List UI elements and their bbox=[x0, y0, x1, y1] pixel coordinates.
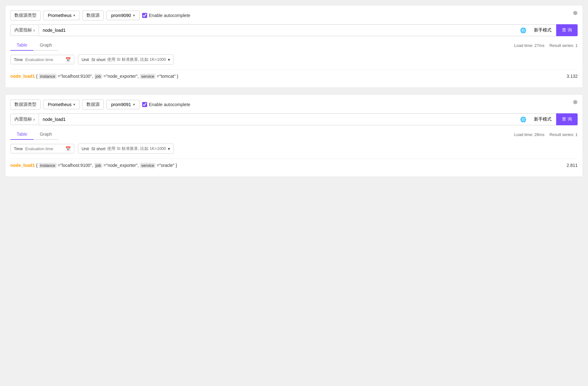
panel-2: ⊗ 数据源类型 Prometheus ▾ 数据源 prom9091 ▾ Enab… bbox=[5, 94, 583, 177]
metric-value-1: 3.132 bbox=[567, 74, 578, 79]
metric-name-1: node_load1 bbox=[10, 74, 35, 79]
label-job-2: job bbox=[94, 163, 102, 168]
tab-table-1[interactable]: Table bbox=[10, 40, 33, 51]
unit-dropdown-1[interactable]: SI short 使用 SI 标准换算, 比如 1K=1000 ▾ bbox=[92, 57, 170, 62]
datasource-label-2: 数据源 bbox=[82, 99, 104, 110]
novice-button-2[interactable]: 新手模式 bbox=[530, 113, 556, 125]
close-button-1[interactable]: ⊗ bbox=[571, 9, 579, 17]
unit-desc-1: 使用 SI 标准换算, 比如 1K=1000 bbox=[107, 57, 166, 62]
built-in-label-2: 内置指标 › bbox=[10, 114, 39, 125]
query-row-1: 内置指标 › 🌐 新手模式 查 询 bbox=[10, 24, 578, 36]
label-instance-1: instance bbox=[39, 74, 56, 79]
query-button-2[interactable]: 查 询 bbox=[556, 113, 578, 125]
datasource-type-label-1: 数据源类型 bbox=[10, 10, 41, 20]
label-job-1: job bbox=[94, 74, 102, 79]
tabs-1: Table Graph bbox=[10, 40, 58, 51]
result-series-1: Result series: 1 bbox=[549, 43, 578, 48]
result-series-2: Result series: 1 bbox=[549, 132, 578, 137]
tab-table-2[interactable]: Table bbox=[10, 129, 33, 140]
time-box-2: Time 📅 bbox=[10, 144, 74, 153]
tabs-row-2: Table Graph Load time: 28ms Result serie… bbox=[10, 129, 578, 140]
query-row-2: 内置指标 › 🌐 新手模式 查 询 bbox=[10, 113, 578, 125]
metric-name-2: node_load1 bbox=[10, 163, 35, 168]
unit-box-2: Unit SI short 使用 SI 标准换算, 比如 1K=1000 ▾ bbox=[78, 144, 174, 154]
autocomplete-toggle-1[interactable]: Enable autocomplete bbox=[142, 13, 191, 18]
built-in-label-1: 内置指标 › bbox=[10, 25, 39, 36]
unit-value-1: SI short bbox=[92, 57, 106, 62]
unit-desc-2: 使用 SI 标准换算, 比如 1K=1000 bbox=[107, 146, 166, 151]
result-row-1: node_load1 { instance ="localhost:9100",… bbox=[10, 70, 578, 82]
chevron-down-icon: ▾ bbox=[73, 13, 75, 18]
autocomplete-checkbox-1[interactable] bbox=[142, 13, 147, 18]
metric-labels-2: { instance ="localhost:9100", job ="node… bbox=[36, 163, 177, 168]
chevron-down-icon-3: ▾ bbox=[168, 57, 170, 62]
globe-button-1[interactable]: 🌐 bbox=[517, 24, 530, 36]
tabs-2: Table Graph bbox=[10, 129, 58, 140]
unit-value-2: SI short bbox=[92, 146, 106, 151]
metric-display-2: node_load1 { instance ="localhost:9100",… bbox=[10, 163, 177, 168]
query-input-1[interactable] bbox=[39, 24, 517, 36]
toolbar-row-2: 数据源类型 Prometheus ▾ 数据源 prom9091 ▾ Enable… bbox=[10, 99, 578, 110]
time-unit-row-1: Time 📅 Unit SI short 使用 SI 标准换算, 比如 1K=1… bbox=[10, 54, 578, 65]
label-service-2: service bbox=[140, 163, 155, 168]
result-row-2: node_load1 { instance ="localhost:9100",… bbox=[10, 159, 578, 172]
tab-graph-2[interactable]: Graph bbox=[33, 129, 58, 140]
eval-time-input-2[interactable] bbox=[25, 146, 63, 151]
built-in-arrow-1: › bbox=[33, 28, 35, 33]
metric-display-1: node_load1 { instance ="localhost:9100",… bbox=[10, 74, 178, 79]
chevron-down-icon-5: ▾ bbox=[133, 102, 135, 107]
globe-button-2[interactable]: 🌐 bbox=[517, 113, 530, 125]
close-button-2[interactable]: ⊗ bbox=[571, 98, 579, 106]
time-label-2: Time bbox=[14, 146, 23, 151]
novice-button-1[interactable]: 新手模式 bbox=[530, 24, 556, 36]
metric-labels-1: { instance ="localhost:9100", job ="node… bbox=[36, 74, 178, 79]
load-time-1: Load time: 27ms bbox=[514, 43, 544, 48]
unit-label-2: Unit bbox=[81, 146, 89, 151]
calendar-icon-2: 📅 bbox=[65, 146, 71, 151]
datasource-dropdown-1[interactable]: Prometheus ▾ bbox=[43, 11, 80, 20]
query-button-1[interactable]: 查 询 bbox=[556, 24, 578, 36]
chevron-down-icon-6: ▾ bbox=[168, 146, 170, 151]
source-dropdown-1[interactable]: prom9090 ▾ bbox=[106, 11, 139, 20]
panel-1: ⊗ 数据源类型 Prometheus ▾ 数据源 prom9090 ▾ Enab… bbox=[5, 5, 583, 88]
tab-graph-1[interactable]: Graph bbox=[33, 40, 58, 51]
datasource-label-1: 数据源 bbox=[82, 10, 104, 20]
tabs-row-1: Table Graph Load time: 27ms Result serie… bbox=[10, 40, 578, 51]
autocomplete-checkbox-2[interactable] bbox=[142, 102, 147, 107]
load-time-2: Load time: 28ms bbox=[514, 132, 544, 137]
toolbar-row-1: 数据源类型 Prometheus ▾ 数据源 prom9090 ▾ Enable… bbox=[10, 10, 578, 20]
datasource-dropdown-2[interactable]: Prometheus ▾ bbox=[43, 100, 80, 109]
datasource-type-label-2: 数据源类型 bbox=[10, 99, 41, 110]
chevron-down-icon-4: ▾ bbox=[73, 102, 75, 107]
label-instance-2: instance bbox=[39, 163, 56, 168]
unit-dropdown-2[interactable]: SI short 使用 SI 标准换算, 比如 1K=1000 ▾ bbox=[92, 146, 170, 151]
source-dropdown-2[interactable]: prom9091 ▾ bbox=[106, 100, 139, 109]
unit-box-1: Unit SI short 使用 SI 标准换算, 比如 1K=1000 ▾ bbox=[78, 54, 174, 65]
unit-label-1: Unit bbox=[81, 57, 89, 62]
meta-info-2: Load time: 28ms Result series: 1 bbox=[514, 132, 578, 137]
calendar-icon-1: 📅 bbox=[65, 57, 71, 62]
autocomplete-toggle-2[interactable]: Enable autocomplete bbox=[142, 102, 191, 107]
query-input-2[interactable] bbox=[39, 113, 517, 125]
label-service-1: service bbox=[140, 74, 155, 79]
meta-info-1: Load time: 27ms Result series: 1 bbox=[514, 43, 578, 48]
chevron-down-icon-2: ▾ bbox=[133, 13, 135, 18]
built-in-arrow-2: › bbox=[33, 117, 35, 122]
time-unit-row-2: Time 📅 Unit SI short 使用 SI 标准换算, 比如 1K=1… bbox=[10, 144, 578, 154]
time-box-1: Time 📅 bbox=[10, 55, 74, 64]
time-label-1: Time bbox=[14, 57, 23, 62]
metric-value-2: 2.811 bbox=[567, 163, 578, 168]
eval-time-input-1[interactable] bbox=[25, 57, 63, 62]
